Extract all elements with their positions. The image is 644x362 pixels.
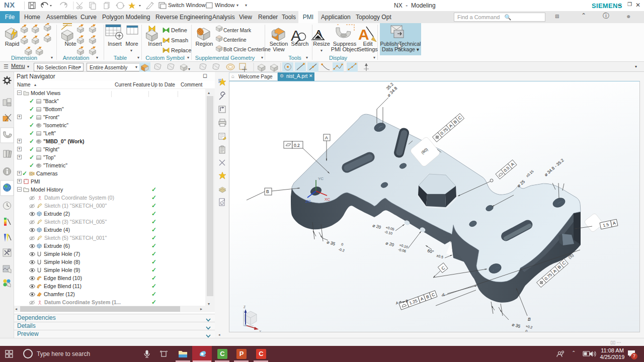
svg-text:A: A xyxy=(395,301,399,305)
svg-text:X: X xyxy=(259,330,262,332)
svg-text:±0.15: ±0.15 xyxy=(525,169,534,178)
svg-text:⌀ 35: ⌀ 35 xyxy=(512,322,521,329)
svg-text:-0.2: -0.2 xyxy=(338,247,345,252)
svg-text:ZC: ZC xyxy=(305,199,311,204)
svg-text:0: 0 xyxy=(525,329,528,332)
svg-text:⌀ 34.8 - 35.2: ⌀ 34.8 - 35.2 xyxy=(543,157,565,177)
svg-text:A: A xyxy=(325,135,328,140)
svg-text:-0.10: -0.10 xyxy=(384,230,393,235)
svg-text:0.2: 0.2 xyxy=(294,143,300,148)
svg-text:⌀ 20: ⌀ 20 xyxy=(385,240,395,247)
svg-text:B: B xyxy=(266,189,269,194)
svg-text:1.25: 1.25 xyxy=(409,298,418,306)
svg-text:⌀ 35: ⌀ 35 xyxy=(327,239,336,246)
svg-text:Z: Z xyxy=(244,305,246,309)
svg-text:⌀ 20: ⌀ 20 xyxy=(372,223,382,230)
svg-text:60°: 60° xyxy=(427,248,434,254)
svg-text:▾: ▾ xyxy=(188,67,190,71)
svg-text:A: A xyxy=(441,292,445,297)
svg-text:-0.06: -0.06 xyxy=(398,248,407,253)
svg-text:±0.5: ±0.5 xyxy=(436,254,444,259)
svg-text:XC: XC xyxy=(325,197,330,202)
svg-text:i: i xyxy=(221,202,222,205)
svg-text:B: B xyxy=(528,317,531,322)
svg-text:YC: YC xyxy=(318,176,324,181)
svg-text:0: 0 xyxy=(341,242,344,246)
svg-text:+0.2: +0.2 xyxy=(525,324,533,329)
svg-text:⌀ 25: ⌀ 25 xyxy=(516,179,526,189)
